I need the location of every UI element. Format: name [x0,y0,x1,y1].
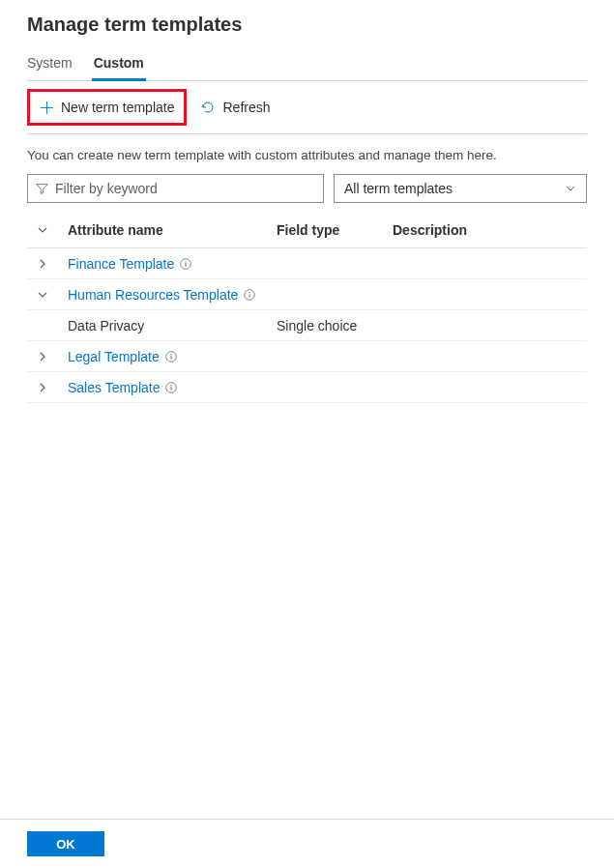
filter-icon [36,183,48,195]
table-header: Attribute name Field type Description [27,213,587,248]
filter-input-wrapper[interactable] [27,174,324,203]
expand-toggle[interactable] [27,258,68,270]
info-icon[interactable] [244,289,255,301]
svg-rect-2 [186,263,187,266]
expand-all-toggle[interactable] [27,224,68,236]
table-row[interactable]: Finance Template [27,248,587,279]
toolbar: New term template Refresh [27,81,587,134]
template-name-text: Human Resources Template [68,287,238,303]
expand-toggle[interactable] [27,382,68,393]
refresh-button[interactable]: Refresh [196,92,274,123]
tab-custom[interactable]: Custom [94,51,144,80]
attribute-type: Single choice [277,318,393,333]
expand-toggle[interactable] [27,351,68,362]
footer: OK [0,819,614,868]
refresh-icon [200,100,216,115]
highlight-annotation: New term template [27,89,187,126]
chevron-down-icon [565,183,576,194]
template-link[interactable]: Human Resources Template [68,287,255,303]
template-link[interactable]: Sales Template [68,380,177,395]
column-header-type[interactable]: Field type [277,222,393,238]
refresh-label: Refresh [222,100,270,115]
tabs: System Custom [27,51,587,81]
tab-system[interactable]: System [27,51,73,80]
svg-rect-8 [170,356,171,359]
info-icon[interactable] [165,382,177,393]
expand-toggle[interactable] [27,289,68,301]
filter-row: All term templates [27,174,587,203]
svg-point-4 [249,292,250,293]
new-term-template-label: New term template [61,100,174,115]
template-type-dropdown[interactable]: All term templates [334,174,587,203]
dropdown-label: All term templates [344,181,453,196]
page-title: Manage term templates [27,14,587,36]
new-term-template-button[interactable]: New term template [40,100,174,115]
column-header-desc[interactable]: Description [393,222,587,238]
svg-point-7 [170,354,171,355]
template-name-text: Legal Template [68,349,160,364]
table-row[interactable]: Legal Template [27,341,587,372]
template-link[interactable]: Legal Template [68,349,177,364]
svg-point-1 [186,261,187,262]
table-row[interactable]: Sales Template [27,372,587,403]
template-name-text: Finance Template [68,256,174,272]
filter-input[interactable] [55,181,315,196]
template-link[interactable]: Finance Template [68,256,191,272]
plus-icon [40,101,54,115]
ok-button[interactable]: OK [27,831,104,856]
svg-rect-5 [249,294,250,297]
table-row[interactable]: Human Resources Template [27,279,587,310]
table-row[interactable]: Data Privacy Single choice [27,310,587,341]
column-header-name[interactable]: Attribute name [68,222,277,238]
svg-point-10 [171,385,172,386]
svg-rect-11 [171,387,172,390]
info-icon[interactable] [180,258,191,270]
template-name-text: Sales Template [68,380,160,395]
description-text: You can create new term template with cu… [27,148,587,162]
info-icon[interactable] [165,351,177,362]
attribute-name: Data Privacy [68,318,277,333]
